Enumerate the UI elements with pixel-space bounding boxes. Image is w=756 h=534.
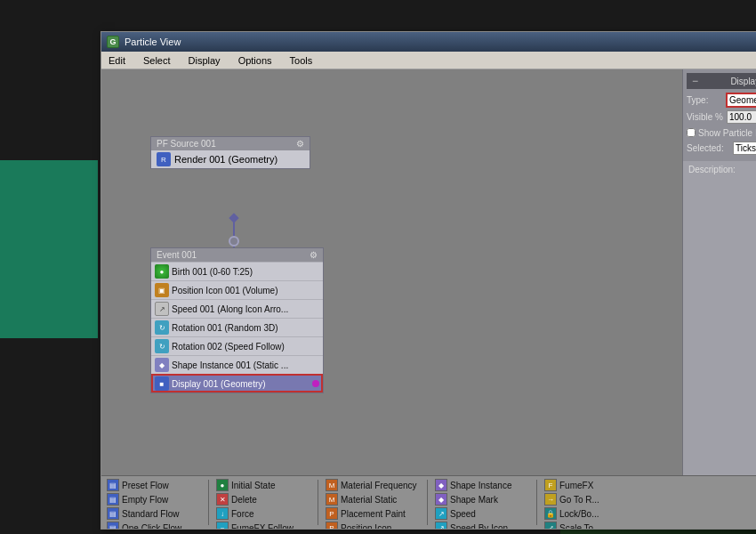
- toolbar-delete[interactable]: ✕ Delete: [214, 492, 312, 506]
- speed-by-icon-icon: ↗: [435, 522, 447, 529]
- speed-tb-icon: ↗: [435, 507, 447, 520]
- divider-3: [427, 480, 428, 525]
- toolbar-material-static[interactable]: M Material Static: [324, 492, 422, 506]
- toolbar-lock-bo[interactable]: 🔒 Lock/Bo...: [543, 506, 640, 521]
- menu-select[interactable]: Select: [140, 55, 174, 66]
- toolbar-placement-paint[interactable]: P Placement Paint: [324, 506, 422, 521]
- type-select[interactable]: Geometry Ticks Lines Dots Box Sphere Non…: [728, 94, 756, 106]
- toolbar-empty-flow[interactable]: ▤ Empty Flow: [105, 492, 203, 506]
- toolbar-fumefx-follow[interactable]: ~ FumeFX Follow: [214, 521, 312, 529]
- birth-label: Birth 001 (0-60 T:25): [172, 267, 253, 277]
- pf-source-box[interactable]: PF Source 001 ⚙ R Render 001 (Geometry): [150, 136, 310, 169]
- menu-options[interactable]: Options: [235, 55, 276, 66]
- toolbar-speed[interactable]: ↗ Speed: [433, 506, 531, 521]
- divider-1: [208, 480, 209, 525]
- display-panel-title: Display 001: [730, 77, 756, 86]
- toolbar-fumefx[interactable]: F FumeFX: [543, 478, 640, 492]
- connector-diamond: [229, 213, 238, 222]
- window-title: Particle View: [125, 36, 181, 47]
- fumefx-label: FumeFX: [559, 481, 593, 490]
- menu-display[interactable]: Display: [185, 55, 224, 66]
- type-select-wrapper[interactable]: Geometry Ticks Lines Dots Box Sphere Non…: [726, 93, 756, 108]
- position-label: Position Icon 001 (Volume): [172, 286, 278, 295]
- selected-select-wrapper[interactable]: Ticks Lines Dots Box ▼: [733, 142, 756, 155]
- visible-label: Visible %: [687, 112, 723, 122]
- display-label: Display 001 (Geometry): [172, 379, 266, 389]
- rotation2-label: Rotation 002 (Speed Follow): [172, 342, 285, 352]
- event-row-birth[interactable]: ● Birth 001 (0-60 T:25): [151, 262, 323, 280]
- toolbar-col-3: M Material Frequency M Material Static P…: [324, 478, 422, 527]
- event-row-rotation2[interactable]: ↻ Rotation 002 (Speed Follow): [151, 336, 323, 355]
- connector-line: [233, 222, 235, 236]
- toolbar-one-click-flow[interactable]: ▤ One Click Flow: [105, 521, 203, 529]
- particle-view-window: G Particle View _ □ ✕ Edit Select Displa…: [101, 31, 756, 530]
- speed-label: Speed 001 (Along Icon Arro...: [172, 304, 288, 314]
- material-static-icon: M: [326, 493, 338, 506]
- toolbar-col-5: F FumeFX → Go To R... 🔒 Lock/Bo... ⤢ Sca…: [543, 478, 640, 527]
- toolbar-position-icon[interactable]: P Position Icon: [324, 521, 422, 529]
- event-title: Event 001: [157, 250, 197, 260]
- menu-tools[interactable]: Tools: [286, 55, 317, 66]
- app-icon: G: [107, 36, 119, 48]
- event-row-rotation1[interactable]: ↻ Rotation 001 (Random 3D): [151, 318, 323, 336]
- toolbar-preset-flow[interactable]: ▤ Preset Flow: [105, 478, 203, 492]
- pf-source-settings-icon[interactable]: ⚙: [296, 139, 304, 149]
- empty-flow-icon: ▤: [107, 493, 119, 506]
- display-panel: − Display 001 Type: Geometry Ticks Lines…: [683, 69, 756, 161]
- toolbar-shape-mark[interactable]: ◆ Shape Mark: [433, 492, 531, 506]
- delete-label: Delete: [231, 495, 257, 505]
- event-row-display-selected[interactable]: ■ Display 001 (Geometry): [151, 374, 323, 392]
- collapse-icon[interactable]: −: [692, 75, 698, 87]
- right-panel: − Display 001 Type: Geometry Ticks Lines…: [682, 69, 756, 475]
- event-settings-icon[interactable]: ⚙: [310, 250, 318, 260]
- event-row-shape[interactable]: ◆ Shape Instance 001 (Static ...: [151, 355, 323, 374]
- show-particle-ids-checkbox[interactable]: [687, 128, 696, 137]
- scale-to-label: Scale To...: [559, 523, 601, 530]
- toolbar-force[interactable]: ↓ Force: [214, 506, 312, 521]
- toolbar-shape-instance[interactable]: ◆ Shape Instance: [433, 478, 531, 492]
- visible-input[interactable]: [727, 110, 756, 124]
- pf-source-title: PF Source 001: [157, 139, 216, 149]
- go-to-r-icon: →: [544, 493, 557, 506]
- delete-icon: ✕: [216, 493, 229, 506]
- material-frequency-label: Material Frequency: [341, 481, 417, 490]
- toolbar-standard-flow[interactable]: ▤ Standard Flow: [105, 506, 203, 521]
- connector-circle: [229, 236, 239, 247]
- placement-paint-label: Placement Paint: [341, 509, 406, 519]
- shape-instance-icon: ◆: [435, 479, 447, 491]
- selected-select[interactable]: Ticks Lines Dots Box: [734, 142, 756, 154]
- lock-bo-icon: 🔒: [544, 507, 557, 520]
- pf-source-render-row[interactable]: R Render 001 (Geometry): [151, 150, 310, 168]
- speed-tb-label: Speed: [450, 509, 476, 519]
- event-row-position[interactable]: ▣ Position Icon 001 (Volume): [151, 280, 323, 299]
- description-label: Description:: [688, 165, 736, 174]
- event-row-speed[interactable]: ↗ Speed 001 (Along Icon Arro...: [151, 299, 323, 318]
- show-particle-ids-text: Show Particle IDs: [698, 128, 756, 138]
- position-icon: ▣: [155, 283, 169, 297]
- shape-mark-icon: ◆: [435, 493, 447, 506]
- selected-row: Selected: Ticks Lines Dots Box ▼: [687, 142, 756, 155]
- display-icon: ■: [155, 376, 169, 391]
- title-bar-left: G Particle View: [107, 36, 181, 48]
- bg-teal: [0, 160, 98, 338]
- description-area: Description:: [683, 161, 756, 178]
- fumefx-icon: F: [544, 479, 557, 491]
- shape-label: Shape Instance 001 (Static ...: [172, 360, 288, 370]
- scale-to-icon: ⤢: [544, 522, 557, 529]
- toolbar-col-2: ● Initial State ✕ Delete ↓ Force ~ FumeF…: [214, 478, 312, 527]
- render-icon: R: [157, 152, 171, 166]
- speed-icon: ↗: [155, 302, 169, 316]
- force-icon: ↓: [216, 507, 229, 520]
- toolbar-speed-by-icon[interactable]: ↗ Speed By Icon: [433, 521, 531, 529]
- canvas-area[interactable]: PF Source 001 ⚙ R Render 001 (Geometry) …: [101, 69, 682, 475]
- rotation1-label: Rotation 001 (Random 3D): [172, 323, 278, 333]
- toolbar-scale-to[interactable]: ⤢ Scale To...: [543, 521, 640, 529]
- initial-state-label: Initial State: [231, 481, 275, 490]
- toolbar-initial-state[interactable]: ● Initial State: [214, 478, 312, 492]
- toolbar-material-frequency[interactable]: M Material Frequency: [324, 478, 422, 492]
- content-area: PF Source 001 ⚙ R Render 001 (Geometry) …: [101, 69, 756, 475]
- menu-edit[interactable]: Edit: [105, 55, 129, 66]
- toolbar-go-to-r[interactable]: → Go To R...: [543, 492, 640, 506]
- force-label: Force: [231, 509, 254, 519]
- event-box[interactable]: Event 001 ⚙ ● Birth 001 (0-60 T:25) ▣ Po…: [150, 247, 324, 393]
